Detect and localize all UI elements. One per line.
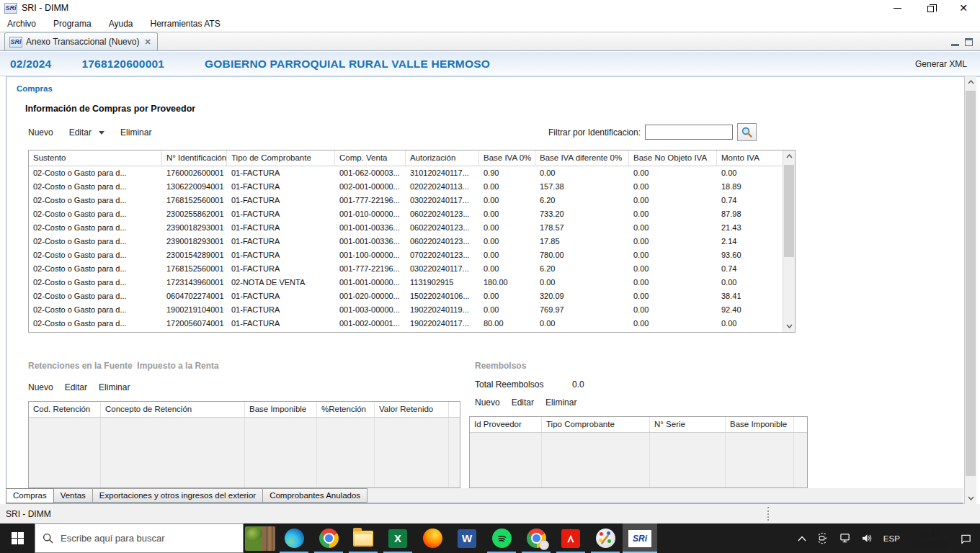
spotify-icon[interactable] xyxy=(484,523,519,553)
view-minimize-icon[interactable] xyxy=(951,38,959,46)
compras-editar-button[interactable]: Editar xyxy=(69,127,92,138)
compras-table-scrollbar[interactable] xyxy=(783,150,795,332)
column-header[interactable]: Base IVA 0% xyxy=(479,150,535,166)
menu-archivo[interactable]: Archivo xyxy=(7,19,43,29)
column-header[interactable]: %Retención xyxy=(317,402,375,417)
notification-center-icon[interactable] xyxy=(956,523,976,553)
pane-scroll-down-icon[interactable] xyxy=(965,493,976,504)
table-row[interactable]: 02-Costo o Gasto para d...23001542890010… xyxy=(29,248,795,262)
clock[interactable]: 16:17 21/3/2024 xyxy=(906,529,953,549)
tab-exportaciones[interactable]: Exportaciones y otros ingresos del exter… xyxy=(93,488,263,503)
empty-cell-filler xyxy=(449,418,460,488)
menu-herramientas-ats[interactable]: Herramientas ATS xyxy=(151,19,228,29)
column-header[interactable]: Sustento xyxy=(29,150,162,166)
column-header[interactable]: Base Imponible xyxy=(726,417,794,432)
editor-tab-bar: SRi Anexo Transaccional (Nuevo) ✕ xyxy=(0,32,980,51)
column-header[interactable]: Tipo de Comprobante xyxy=(227,150,335,166)
table-row[interactable]: 02-Costo o Gasto para d...17681525600010… xyxy=(29,194,795,207)
empty-cell xyxy=(650,433,726,488)
retenciones-nuevo-button[interactable]: Nuevo xyxy=(28,382,53,392)
retenciones-editar-button[interactable]: Editar xyxy=(65,382,87,392)
reembolsos-editar-button[interactable]: Editar xyxy=(512,397,534,408)
scroll-up-icon[interactable] xyxy=(783,150,795,162)
tab-sri-icon: SRi xyxy=(9,37,22,48)
excel-icon[interactable]: X xyxy=(380,523,415,553)
menu-programa[interactable]: Programa xyxy=(53,19,99,29)
network-icon[interactable] xyxy=(835,523,855,553)
table-row[interactable]: 02-Costo o Gasto para d...23900182930010… xyxy=(29,221,795,235)
table-row[interactable]: 02-Costo o Gasto para d...17681525600010… xyxy=(29,262,795,276)
table-row[interactable]: 02-Costo o Gasto para d...19002191040010… xyxy=(29,303,795,317)
tray-expand-icon[interactable] xyxy=(794,523,810,553)
table-cell: 18.89 xyxy=(717,180,784,194)
scroll-thumb[interactable] xyxy=(784,165,794,257)
filter-search-button[interactable] xyxy=(737,123,757,141)
column-header[interactable]: Valor Retenido xyxy=(375,402,449,417)
column-header[interactable]: N° Identificación xyxy=(162,150,227,166)
scroll-down-icon[interactable] xyxy=(783,320,795,332)
table-row[interactable]: 02-Costo o Gasto para d...17231439600010… xyxy=(29,276,795,289)
compras-eliminar-button[interactable]: Eliminar xyxy=(120,127,151,138)
filter-input[interactable] xyxy=(645,125,733,140)
view-maximize-icon[interactable] xyxy=(965,38,973,46)
tab-compras[interactable]: Compras xyxy=(6,488,54,503)
table-cell: 80.00 xyxy=(479,317,535,331)
table-row[interactable]: 02-Costo o Gasto para d...17600026000010… xyxy=(29,166,795,180)
table-row[interactable]: 02-Costo o Gasto para d...23900182930010… xyxy=(29,235,795,248)
tree-app-icon[interactable] xyxy=(244,523,277,553)
table-cell: 17.85 xyxy=(535,235,629,248)
column-header[interactable]: Monto IVA xyxy=(717,150,784,166)
paint-icon[interactable] xyxy=(588,523,623,553)
table-row[interactable]: 02-Costo o Gasto para d...13062200940010… xyxy=(29,180,795,194)
chrome-icon[interactable] xyxy=(311,523,346,553)
start-button[interactable] xyxy=(0,523,35,553)
restore-button[interactable] xyxy=(914,0,947,16)
tab-anexo-transaccional[interactable]: SRi Anexo Transaccional (Nuevo) ✕ xyxy=(4,32,158,50)
close-button[interactable]: ✕ xyxy=(947,0,980,16)
editar-dropdown-caret-icon[interactable] xyxy=(99,131,104,135)
tab-ventas[interactable]: Ventas xyxy=(54,488,93,503)
word-icon[interactable]: W xyxy=(450,523,484,553)
table-cell: 0.00 xyxy=(629,180,717,194)
menu-ayuda[interactable]: Ayuda xyxy=(109,19,141,29)
table-row[interactable]: 02-Costo o Gasto para d...17200560740010… xyxy=(29,317,795,331)
table-cell: 002-001-00000... xyxy=(335,180,406,194)
tab-close-icon[interactable]: ✕ xyxy=(143,37,151,47)
column-header[interactable]: Cod. Retención xyxy=(29,402,101,417)
volume-icon[interactable] xyxy=(858,523,877,553)
table-cell: 070220240123... xyxy=(406,248,479,262)
column-header[interactable]: Autorización xyxy=(406,150,479,166)
tab-comprobantes-anulados[interactable]: Comprobantes Anulados xyxy=(263,488,368,503)
pane-scroll-up-icon[interactable] xyxy=(965,76,976,88)
compras-nuevo-button[interactable]: Nuevo xyxy=(28,127,53,138)
column-header[interactable]: Base Imponible xyxy=(245,402,317,417)
minimize-button[interactable] xyxy=(881,0,914,16)
column-header[interactable]: Concepto de Retención xyxy=(101,402,245,417)
retenciones-eliminar-button[interactable]: Eliminar xyxy=(99,382,130,392)
acrobat-icon[interactable] xyxy=(553,523,588,553)
table-row[interactable]: 02-Costo o Gasto para d...23002558620010… xyxy=(29,207,795,221)
language-indicator[interactable]: ESP xyxy=(880,523,904,553)
reembolsos-nuevo-button[interactable]: Nuevo xyxy=(475,397,500,408)
taskbar-search[interactable]: Escribe aquí para buscar xyxy=(35,523,244,553)
firefox-icon[interactable] xyxy=(415,523,450,553)
generar-xml-button[interactable]: Generar XML xyxy=(915,59,967,69)
sri-dimm-taskbar-icon[interactable]: SRi xyxy=(623,523,657,553)
empty-cell xyxy=(245,418,317,488)
meet-now-icon[interactable] xyxy=(813,523,832,553)
table-cell: 02-Costo o Gasto para d... xyxy=(29,194,162,207)
chrome-profile-icon[interactable] xyxy=(519,523,553,553)
column-header[interactable]: Base No Objeto IVA xyxy=(629,150,717,166)
column-header[interactable]: Comp. Venta xyxy=(335,150,406,166)
table-row[interactable]: 02-Costo o Gasto para d...06047022740010… xyxy=(29,289,795,303)
edge-icon[interactable] xyxy=(277,523,311,553)
column-header[interactable]: Base IVA diferente 0% xyxy=(535,150,629,166)
column-header[interactable]: Tipo Comprobante xyxy=(542,417,650,432)
file-explorer-icon[interactable] xyxy=(346,523,380,553)
reembolsos-eliminar-button[interactable]: Eliminar xyxy=(545,397,576,408)
pane-scrollbar[interactable] xyxy=(964,76,976,504)
column-header[interactable]: Id Proveedor xyxy=(470,417,542,432)
column-header[interactable]: N° Serie xyxy=(650,417,726,432)
pane-scroll-thumb[interactable] xyxy=(966,91,976,476)
table-cell: 0.00 xyxy=(479,221,535,235)
